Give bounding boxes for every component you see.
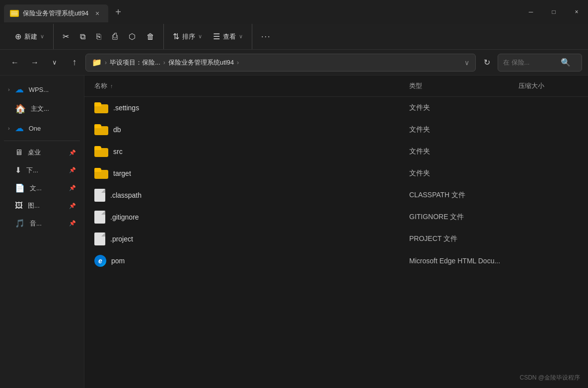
tab-close-button[interactable]: ×	[92, 8, 102, 18]
file-icon	[94, 233, 105, 245]
sidebar-item-wps[interactable]: › ☁ WPS...	[2, 80, 82, 99]
paste-icon: ⎘	[96, 32, 101, 41]
search-box[interactable]: 🔍	[498, 54, 582, 72]
root-folder-icon: 📁	[92, 58, 102, 67]
address-bar[interactable]: 📁 › 毕设项目：保险... › 保险业务管理系统utl94 › ∨	[85, 54, 476, 72]
pictures-icon: 🖼	[15, 201, 23, 210]
desktop-icon: 🖥	[15, 148, 23, 157]
new-chevron-icon: ∨	[40, 33, 44, 40]
tab-area: 保险业务管理系统utl94 × +	[4, 0, 519, 24]
file-name: target	[113, 169, 131, 177]
address-dropdown-icon[interactable]: ∨	[464, 59, 469, 67]
column-name-label: 名称	[94, 81, 107, 90]
new-button[interactable]: ⊕ 新建 ∨	[10, 29, 49, 44]
new-icon: ⊕	[15, 32, 21, 41]
file-row-name: pom	[94, 255, 409, 267]
rename-button[interactable]: ⎙	[107, 28, 123, 45]
paste-button[interactable]: ⎘	[91, 29, 106, 44]
sort-label: 排序	[182, 32, 195, 41]
view-button[interactable]: ☰ 查看 ∨	[208, 29, 248, 44]
new-tab-button[interactable]: +	[110, 4, 126, 20]
table-row[interactable]: target 文件夹	[84, 162, 588, 184]
table-row[interactable]: .settings 文件夹	[84, 97, 588, 119]
minimize-button[interactable]: ─	[519, 0, 542, 24]
sort-chevron-icon: ∨	[198, 33, 202, 40]
folder-icon	[94, 146, 108, 157]
sidebar-item-downloads[interactable]: ⬇ 下... 📌	[2, 161, 82, 179]
sidebar-item-desktop[interactable]: 🖥 桌业 📌	[2, 144, 82, 161]
downloads-icon: ⬇	[15, 165, 21, 175]
breadcrumb-sep-1: ›	[105, 59, 107, 66]
share-button[interactable]: ⬡	[124, 29, 141, 44]
sidebar-item-documents-label: 文...	[30, 184, 42, 193]
active-tab[interactable]: 保险业务管理系统utl94 ×	[4, 4, 108, 22]
view-icon: ☰	[213, 32, 220, 41]
sidebar-item-documents[interactable]: 📄 文... 📌	[2, 179, 82, 197]
table-row[interactable]: src 文件夹	[84, 141, 588, 162]
breadcrumb-root[interactable]: 📁	[92, 58, 102, 67]
folder-icon	[94, 168, 108, 179]
table-row[interactable]: .gitignore GITIGNORE 文件	[84, 206, 588, 228]
table-row[interactable]: .classpath CLASSPATH 文件	[84, 184, 588, 206]
file-name: .gitignore	[110, 213, 139, 221]
column-size[interactable]: 压缩大小	[518, 78, 578, 94]
search-input[interactable]	[503, 59, 558, 66]
toolbar: ⊕ 新建 ∨ ✂ ⧉ ⎘ ⎙ ⬡ 🗑 ⇅ 排序 ∨ ☰ 查	[0, 24, 588, 50]
documents-icon: 📄	[15, 183, 25, 193]
file-type: Microsoft Edge HTML Docu...	[409, 257, 518, 265]
dropdown-button[interactable]: ∨	[46, 54, 64, 72]
toolbar-group-new: ⊕ 新建 ∨	[6, 24, 54, 49]
file-name: .project	[110, 235, 133, 243]
file-icon	[94, 189, 105, 202]
file-name: .settings	[113, 104, 139, 112]
table-row[interactable]: .project PROJECT 文件	[84, 228, 588, 250]
toolbar-group-sort: ⇅ 排序 ∨ ☰ 查看 ∨	[164, 24, 252, 49]
close-button[interactable]: ×	[565, 0, 588, 24]
toolbar-group-edit: ✂ ⧉ ⎘ ⎙ ⬡ 🗑	[54, 24, 164, 49]
delete-icon: 🗑	[147, 32, 154, 41]
onedrive-cloud-icon: ☁	[15, 123, 24, 134]
more-label: ···	[261, 32, 271, 41]
sidebar-divider-1	[4, 141, 80, 141]
file-row-name: target	[94, 168, 409, 179]
onedrive-chevron-icon: ›	[8, 125, 10, 131]
back-button[interactable]: ←	[6, 54, 24, 72]
file-type: 文件夹	[409, 147, 518, 156]
sidebar-item-home[interactable]: 🏠 主文...	[2, 99, 82, 118]
downloads-pin-icon: 📌	[69, 167, 76, 173]
table-row[interactable]: db 文件夹	[84, 119, 588, 141]
breadcrumb-current[interactable]: 保险业务管理系统utl94	[168, 58, 234, 67]
forward-button[interactable]: →	[26, 54, 44, 72]
file-row-name: src	[94, 146, 409, 157]
watermark: CSDN @金陵毕设程序	[519, 374, 580, 382]
sort-button[interactable]: ⇅ 排序 ∨	[168, 29, 207, 44]
view-chevron-icon: ∨	[239, 33, 243, 40]
folder-icon	[94, 102, 108, 113]
file-row-name: .classpath	[94, 189, 409, 202]
sidebar-item-music[interactable]: 🎵 音... 📌	[2, 215, 82, 232]
navbar: ← → ∨ ↑ 📁 › 毕设项目：保险... › 保险业务管理系统utl94 ›…	[0, 50, 588, 76]
main-content: › ☁ WPS... 🏠 主文... › ☁ One 🖥 桌业 📌 ⬇ 下...…	[0, 76, 588, 388]
delete-button[interactable]: 🗑	[142, 29, 159, 44]
up-button[interactable]: ↑	[66, 54, 83, 72]
sidebar-item-onedrive[interactable]: › ☁ One	[2, 119, 82, 138]
maximize-button[interactable]: □	[542, 0, 565, 24]
breadcrumb-parent[interactable]: 毕设项目：保险...	[110, 58, 160, 67]
cut-button[interactable]: ✂	[58, 29, 74, 44]
documents-pin-icon: 📌	[69, 185, 76, 191]
refresh-button[interactable]: ↻	[478, 54, 496, 72]
tab-title: 保险业务管理系统utl94	[23, 9, 88, 18]
pictures-pin-icon: 📌	[69, 203, 76, 209]
copy-button[interactable]: ⧉	[75, 29, 90, 44]
column-name[interactable]: 名称 ↑	[94, 78, 409, 94]
file-name: pom	[111, 257, 125, 265]
table-row[interactable]: pom Microsoft Edge HTML Docu...	[84, 250, 588, 272]
new-label: 新建	[24, 32, 37, 41]
music-pin-icon: 📌	[69, 220, 76, 227]
more-button[interactable]: ···	[256, 29, 276, 44]
folder-icon	[94, 124, 108, 135]
sidebar-item-pictures[interactable]: 🖼 图... 📌	[2, 197, 82, 214]
column-type[interactable]: 类型	[409, 78, 518, 94]
file-name: .classpath	[110, 191, 142, 199]
copy-icon: ⧉	[80, 32, 85, 41]
